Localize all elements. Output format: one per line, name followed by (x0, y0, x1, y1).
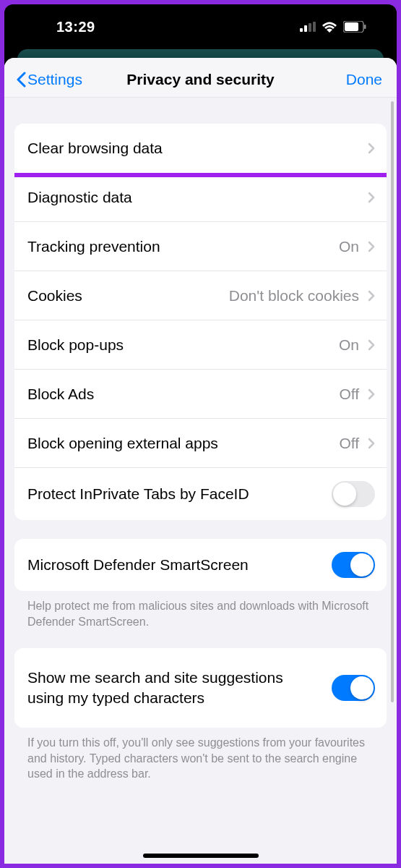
done-button[interactable]: Done (346, 71, 382, 88)
highlight-box: Clear browsing data (14, 124, 387, 177)
status-bar: 13:29 (4, 4, 397, 49)
row-label: Protect InPrivate Tabs by FaceID (27, 485, 323, 503)
settings-group-2: Microsoft Defender SmartScreen (14, 539, 387, 591)
row-protect-inprivate: Protect InPrivate Tabs by FaceID (14, 468, 387, 520)
row-value: Don't block cookies (229, 287, 359, 305)
row-label: Block pop-ups (27, 336, 330, 354)
chevron-right-icon (368, 339, 375, 351)
group3-footer: If you turn this off, you'll only see su… (14, 728, 387, 782)
home-indicator[interactable] (143, 854, 259, 858)
row-label: Block opening external apps (27, 435, 330, 452)
toggle-protect-inprivate[interactable] (332, 481, 375, 507)
row-label: Clear browsing data (27, 140, 359, 157)
row-tracking-prevention[interactable]: Tracking prevention On (14, 222, 387, 271)
settings-group-3: Show me search and site suggestions usin… (14, 648, 387, 728)
svg-rect-3 (313, 22, 316, 32)
chevron-right-icon (368, 388, 375, 400)
battery-icon (343, 21, 366, 33)
signal-icon (300, 22, 316, 32)
wifi-icon (322, 21, 337, 33)
svg-rect-1 (304, 25, 307, 32)
scrollbar[interactable] (391, 101, 394, 835)
nav-bar: Settings Privacy and security Done (4, 58, 397, 98)
row-value: Off (339, 386, 359, 403)
chevron-left-icon (16, 72, 26, 88)
settings-group-1: Clear browsing data Diagnostic data Trac… (14, 124, 387, 520)
chevron-right-icon (368, 290, 375, 302)
svg-rect-0 (300, 28, 303, 32)
page-title: Privacy and security (126, 71, 274, 88)
row-block-external-apps[interactable]: Block opening external apps Off (14, 419, 387, 468)
settings-sheet: Settings Privacy and security Done Clear… (4, 58, 397, 864)
row-label: Show me search and site suggestions usin… (27, 668, 323, 709)
toggle-search-suggestions[interactable] (332, 675, 375, 701)
row-value: On (339, 336, 359, 354)
svg-rect-2 (309, 23, 311, 32)
toggle-knob (350, 676, 374, 699)
svg-rect-6 (364, 25, 366, 29)
row-cookies[interactable]: Cookies Don't block cookies (14, 271, 387, 320)
row-search-suggestions: Show me search and site suggestions usin… (14, 648, 387, 728)
row-value: On (339, 238, 359, 255)
content-scroll[interactable]: Clear browsing data Diagnostic data Trac… (4, 98, 397, 860)
chevron-right-icon (368, 192, 375, 203)
toggle-knob (350, 553, 374, 576)
chevron-right-icon (368, 142, 375, 154)
back-label: Settings (27, 71, 82, 88)
row-clear-browsing-data[interactable]: Clear browsing data (14, 124, 387, 173)
group2-footer: Help protect me from malicious sites and… (14, 591, 387, 629)
row-block-popups[interactable]: Block pop-ups On (14, 320, 387, 370)
chevron-right-icon (368, 241, 375, 252)
row-smartscreen: Microsoft Defender SmartScreen (14, 539, 387, 591)
row-label: Cookies (27, 287, 220, 305)
row-label: Tracking prevention (27, 238, 330, 255)
chevron-right-icon (368, 438, 375, 449)
scrollbar-thumb[interactable] (391, 101, 394, 702)
status-icons (300, 21, 366, 33)
row-label: Diagnostic data (27, 189, 359, 206)
row-block-ads[interactable]: Block Ads Off (14, 370, 387, 419)
status-time: 13:29 (56, 19, 95, 35)
toggle-knob (333, 482, 356, 506)
toggle-smartscreen[interactable] (332, 552, 375, 578)
svg-rect-5 (345, 22, 358, 31)
phone-frame: 13:29 Settings Privacy and security Done… (4, 4, 397, 864)
row-diagnostic-data[interactable]: Diagnostic data (14, 173, 387, 222)
row-label: Microsoft Defender SmartScreen (27, 556, 323, 574)
back-button[interactable]: Settings (16, 71, 82, 88)
row-value: Off (339, 435, 359, 452)
row-label: Block Ads (27, 386, 330, 403)
